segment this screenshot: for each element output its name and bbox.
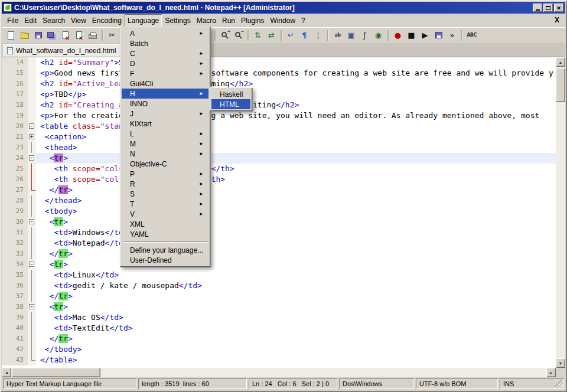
fold-toggle[interactable]: - — [28, 259, 36, 270]
code-line[interactable]: 42 </tbody> — [2, 344, 556, 355]
code-line[interactable]: 14<h2 id="Summary">Summary</h2> — [2, 57, 556, 68]
open-file-button[interactable] — [18, 29, 31, 41]
language-menu-item-n[interactable]: N► — [122, 149, 208, 159]
scroll-down-button[interactable]: ▼ — [556, 358, 565, 368]
new-file-button[interactable] — [5, 29, 17, 41]
sync-vertical-button[interactable]: ⇅ — [252, 29, 264, 41]
fold-toggle[interactable]: - — [28, 121, 36, 132]
language-menu-item-r[interactable]: R► — [122, 179, 208, 189]
document-map-button[interactable]: ▣ — [345, 29, 357, 41]
fold-collapse-icon[interactable]: - — [29, 123, 34, 129]
code-line[interactable]: 36 <td>gedit / kate / mousepad</td> — [2, 280, 556, 291]
code-line[interactable]: 39 <td>Mac OS</td> — [2, 312, 556, 323]
code-line[interactable]: 15<p>Good news first: for now, all the s… — [2, 68, 556, 79]
menubar-item-search[interactable]: Search — [40, 14, 68, 27]
code-line[interactable]: 21+ <caption> — [2, 132, 556, 142]
vertical-scrollbar[interactable]: ▲ ▼ — [556, 57, 565, 368]
code-line[interactable]: 37 </tr> — [2, 291, 556, 302]
code-area[interactable]: 14<h2 id="Summary">Summary</h2>15<p>Good… — [2, 57, 556, 368]
code-line[interactable]: 38- <tr> — [2, 302, 556, 312]
playback-macro-button[interactable]: ▶ — [419, 29, 431, 41]
language-menu-item-kixtart[interactable]: KIXtart — [122, 119, 208, 129]
fold-collapse-icon[interactable]: - — [29, 262, 34, 267]
save-macro-button[interactable] — [432, 29, 445, 41]
menubar-item-settings[interactable]: Settings — [162, 14, 193, 27]
close-file-button[interactable] — [59, 29, 71, 41]
indent-guide-button[interactable]: ¦ — [312, 29, 324, 41]
language-menu-item-d[interactable]: D► — [122, 58, 208, 68]
sync-horizontal-button[interactable]: ⇄ — [265, 29, 278, 41]
resize-grip[interactable] — [555, 380, 563, 388]
code-line[interactable]: 23 <thead> — [2, 142, 556, 153]
language-menu-item-define-your-language[interactable]: Define your language... — [122, 245, 208, 255]
language-menu-item-inno[interactable]: INNO — [122, 99, 208, 109]
fold-toggle[interactable]: - — [28, 217, 36, 227]
close-button[interactable]: × — [554, 4, 563, 12]
save-all-button[interactable] — [45, 29, 58, 41]
monitoring-button[interactable]: ◉ — [372, 29, 384, 41]
show-all-characters-button[interactable]: ¶ — [298, 29, 311, 41]
save-file-button[interactable] — [32, 29, 44, 41]
menubar-close-document-button[interactable]: X — [555, 16, 559, 24]
code-line[interactable]: 29 <tbody> — [2, 206, 556, 217]
language-menu-item-f[interactable]: F► — [122, 68, 208, 79]
menubar-item-plugins[interactable]: Plugins — [238, 14, 267, 27]
code-line[interactable]: 19<p>For the creation or for the editing… — [2, 110, 556, 121]
tab-what-software-do-i-need[interactable]: What_software_do_I_need.html × — [3, 44, 129, 57]
language-menu-item-s[interactable]: S► — [122, 189, 208, 199]
horizontal-scrollbar[interactable]: ◄ ► — [2, 368, 556, 377]
menubar-item-view[interactable]: View — [68, 14, 89, 27]
code-line[interactable]: 27 </tr> — [2, 185, 556, 195]
code-line[interactable]: 35 <td>Linux</td> — [2, 270, 556, 280]
zoom-out-button[interactable]: − — [232, 29, 245, 41]
code-line[interactable]: 25 <th scope="cols">Operating systems</t… — [2, 164, 556, 174]
code-line[interactable]: 17<p>TBD</p> — [2, 89, 556, 100]
close-all-button[interactable] — [73, 29, 85, 41]
language-menu-item-a[interactable]: A► — [122, 28, 208, 38]
code-line[interactable]: 40 <td>TextEdit</td> — [2, 323, 556, 334]
print-button[interactable] — [86, 29, 99, 41]
code-line[interactable]: 31 <td>Windows</td> — [2, 227, 556, 238]
menubar-item-file[interactable]: File — [4, 14, 21, 27]
code-line[interactable]: 26 <th scope="col">Editing software</th> — [2, 174, 556, 185]
code-line[interactable]: 20-<table class="standard-table"> — [2, 121, 556, 132]
language-menu-item-m[interactable]: M► — [122, 139, 208, 149]
menubar-item-window[interactable]: Window — [267, 14, 298, 27]
cut-button[interactable]: ✂ — [106, 29, 118, 41]
language-menu-item-c[interactable]: C► — [122, 48, 208, 58]
fold-collapse-icon[interactable]: - — [29, 304, 34, 309]
zoom-in-button[interactable]: + — [219, 29, 231, 41]
language-menu-item-objective-c[interactable]: Objective-C — [122, 159, 208, 169]
code-line[interactable]: 30- <tr> — [2, 217, 556, 227]
language-menu-item-p[interactable]: P► — [122, 169, 208, 179]
run-macro-multiple-button[interactable]: » — [446, 29, 458, 41]
record-macro-button[interactable]: ● — [392, 29, 404, 41]
function-list-button[interactable]: ƒ — [359, 29, 371, 41]
vertical-scroll-thumb[interactable] — [556, 68, 565, 102]
fold-toggle[interactable]: - — [28, 302, 36, 312]
code-line[interactable]: 34- <tr> — [2, 259, 556, 270]
code-line[interactable]: 41 </tr> — [2, 334, 556, 344]
fold-toggle[interactable]: - — [28, 153, 36, 164]
word-wrap-button[interactable]: ↵ — [285, 29, 297, 41]
menubar-item-encoding[interactable]: Encoding — [89, 14, 125, 27]
menubar-item-macro[interactable]: Macro — [194, 14, 219, 27]
scroll-right-button[interactable]: ► — [546, 368, 556, 377]
horizontal-scroll-thumb[interactable] — [12, 368, 100, 377]
menubar-item-help[interactable]: ? — [298, 14, 308, 27]
code-line[interactable]: 18<h2 id="Creating_and_editing">Webpages… — [2, 100, 556, 110]
fold-collapse-icon[interactable]: - — [29, 219, 34, 224]
language-menu-item-h[interactable]: H► — [122, 89, 208, 99]
code-line[interactable]: 33 </tr> — [2, 249, 556, 259]
language-menu-item-batch[interactable]: Batch — [122, 38, 208, 48]
code-line[interactable]: 24- <tr> — [2, 153, 556, 164]
language-menu-item-j[interactable]: J► — [122, 109, 208, 119]
stop-macro-button[interactable]: ■ — [405, 29, 418, 41]
fold-collapse-icon[interactable]: - — [29, 155, 34, 161]
language-submenu-item-html[interactable]: HTML — [211, 99, 250, 109]
language-submenu-item-haskell[interactable]: Haskell — [211, 89, 250, 99]
menubar-item-edit[interactable]: Edit — [21, 14, 40, 27]
menubar-item-language[interactable]: Language — [125, 14, 162, 27]
fold-expand-icon[interactable]: + — [29, 134, 34, 139]
language-menu-item-t[interactable]: T► — [122, 199, 208, 209]
